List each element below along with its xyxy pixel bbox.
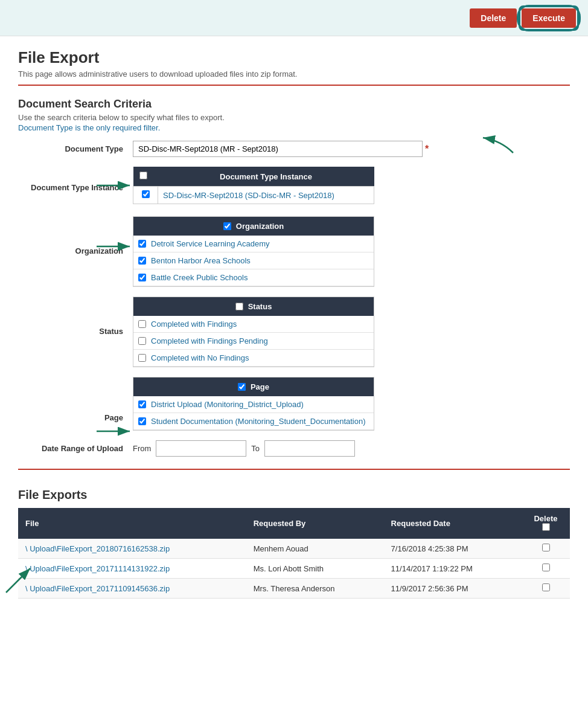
page-label: Page	[24, 377, 133, 422]
page-label-1: Student Documentation (Monitoring_Studen…	[151, 417, 366, 426]
page-subtitle: This page allows administrative users to…	[18, 69, 570, 79]
status-checkbox-2[interactable]	[138, 354, 146, 362]
required-star: *	[425, 144, 429, 155]
page-item-0: District Upload (Monitoring_District_Upl…	[133, 396, 374, 413]
page-header-label: Page	[251, 382, 269, 391]
col-requested-date: Requested Date	[384, 508, 522, 539]
page-list: Page District Upload (Monitoring_Distric…	[133, 377, 374, 431]
search-section-title: Document Search Criteria	[18, 98, 570, 111]
doc-type-instance-label: Document Type Instance	[24, 179, 133, 192]
export-date-2: 11/9/2017 2:56:36 PM	[384, 579, 522, 599]
status-row: Status Status Completed with Findings Co…	[24, 297, 570, 367]
top-bar-buttons: Delete Execute	[470, 8, 576, 28]
exports-section: File Exports File Requested By Requested…	[18, 488, 570, 599]
org-checkbox-0[interactable]	[138, 240, 146, 248]
export-row-0: \ Upload\FileExport_20180716162538.zip M…	[18, 539, 570, 559]
page-label-0: District Upload (Monitoring_District_Upl…	[151, 400, 304, 409]
document-type-label: Document Type	[24, 141, 133, 153]
date-range-control: From To	[133, 440, 471, 457]
col-file: File	[18, 508, 246, 539]
export-delete-0	[522, 539, 570, 559]
form-area: Document Type SD-Disc-MR-Sept2018 (MR - …	[18, 141, 570, 457]
date-range-inputs: From To	[133, 440, 471, 457]
org-checkbox-1[interactable]	[138, 257, 146, 265]
page-row: Page Page	[24, 377, 570, 431]
organization-header-label: Organization	[236, 222, 284, 231]
status-item-0: Completed with Findings	[133, 316, 374, 333]
exports-table-wrapper: File Requested By Requested Date Delete …	[18, 508, 570, 599]
status-item-1: Completed with Findings Pending	[133, 333, 374, 350]
status-list: Status Completed with Findings Completed…	[133, 297, 374, 367]
org-label-0: Detroit Service Learning Academy	[151, 239, 270, 248]
page-checkbox-0[interactable]	[138, 400, 146, 408]
page-title: File Export	[18, 48, 570, 67]
status-label-2: Completed with No Findings	[151, 353, 249, 362]
doc-type-instance-row-0: SD-Disc-MR-Sept2018 (SD-Disc-MR - Sept20…	[133, 187, 374, 204]
export-requester-0: Menhem Aouad	[246, 539, 384, 559]
exports-title: File Exports	[18, 488, 570, 502]
organization-label: Organization	[24, 216, 133, 255]
export-delete-checkbox-0[interactable]	[542, 544, 550, 551]
document-type-row: Document Type SD-Disc-MR-Sept2018 (MR - …	[24, 141, 570, 157]
status-label: Status	[24, 297, 133, 336]
execute-button[interactable]: Execute	[522, 8, 576, 28]
organization-header-checkbox[interactable]	[223, 222, 231, 230]
page-control: Page District Upload (Monitoring_Distric…	[133, 377, 471, 431]
org-item-2: Battle Creek Public Schools	[133, 269, 374, 286]
org-checkbox-2[interactable]	[138, 274, 146, 281]
export-file-link-0[interactable]: \ Upload\FileExport_20180716162538.zip	[25, 544, 170, 553]
arrow-to-star	[477, 129, 525, 159]
page-checkbox-1[interactable]	[138, 417, 146, 425]
status-checkbox-0[interactable]	[138, 320, 146, 328]
execute-circle-wrapper: Execute	[522, 8, 576, 28]
export-row-1: \ Upload\FileExport_20171114131922.zip M…	[18, 559, 570, 579]
doc-type-instance-table: Document Type Instance SD-Disc-MR-Sept20…	[133, 167, 374, 204]
export-delete-checkbox-1[interactable]	[542, 564, 550, 571]
status-label-1: Completed with Findings Pending	[151, 336, 268, 345]
date-to-label: To	[251, 444, 260, 453]
export-file-0: \ Upload\FileExport_20180716162538.zip	[18, 539, 246, 559]
col-delete: Delete	[522, 508, 570, 539]
date-from-input[interactable]	[156, 440, 246, 457]
status-control: Status Completed with Findings Completed…	[133, 297, 471, 367]
export-delete-1	[522, 559, 570, 579]
doc-type-instance-header: Document Type Instance	[158, 167, 374, 187]
page-content: File Export This page allows administrat…	[0, 36, 588, 611]
export-delete-2	[522, 579, 570, 599]
organization-list: Organization Detroit Service Learning Ac…	[133, 216, 374, 287]
status-item-2: Completed with No Findings	[133, 350, 374, 367]
doc-type-instance-row: Document Type Instance	[24, 167, 570, 204]
document-type-select[interactable]: SD-Disc-MR-Sept2018 (MR - Sept2018)	[133, 141, 423, 157]
export-row-2: \ Upload\FileExport_20171109145636.zip M…	[18, 579, 570, 599]
status-header: Status	[133, 297, 374, 316]
status-header-checkbox[interactable]	[235, 303, 243, 310]
organization-control: Organization Detroit Service Learning Ac…	[133, 216, 471, 287]
doc-type-instance-control: Document Type Instance SD-Disc-MR-Sept20…	[133, 167, 471, 204]
arrow-to-table	[12, 556, 60, 605]
export-requester-1: Ms. Lori Abott Smith	[246, 559, 384, 579]
org-item-0: Detroit Service Learning Academy	[133, 236, 374, 252]
doc-type-instance-header-checkbox[interactable]	[139, 172, 147, 179]
delete-all-checkbox[interactable]	[542, 523, 550, 531]
status-header-label: Status	[248, 302, 272, 311]
organization-header: Organization	[133, 217, 374, 236]
search-desc1: Use the search criteria below to specify…	[18, 113, 570, 122]
title-divider	[18, 85, 570, 86]
status-checkbox-1[interactable]	[138, 337, 146, 345]
document-type-control: SD-Disc-MR-Sept2018 (MR - Sept2018) *	[133, 141, 471, 157]
page-item-1: Student Documentation (Monitoring_Studen…	[133, 413, 374, 430]
export-date-0: 7/16/2018 4:25:38 PM	[384, 539, 522, 559]
page-header-checkbox[interactable]	[238, 383, 246, 391]
arrow-to-instance	[97, 179, 145, 204]
organization-row: Organization Organization	[24, 216, 570, 287]
delete-button[interactable]: Delete	[470, 8, 517, 28]
org-label-1: Benton Harbor Area Schools	[151, 256, 251, 265]
doc-type-instance-item-0: SD-Disc-MR-Sept2018 (SD-Disc-MR - Sept20…	[158, 187, 374, 204]
date-to-input[interactable]	[264, 440, 355, 457]
export-requester-2: Mrs. Theresa Anderson	[246, 579, 384, 599]
exports-table-header: File Requested By Requested Date Delete	[18, 508, 570, 539]
page-header: Page	[133, 377, 374, 396]
org-item-1: Benton Harbor Area Schools	[133, 252, 374, 269]
export-delete-checkbox-2[interactable]	[542, 583, 550, 591]
section-divider	[18, 469, 570, 470]
